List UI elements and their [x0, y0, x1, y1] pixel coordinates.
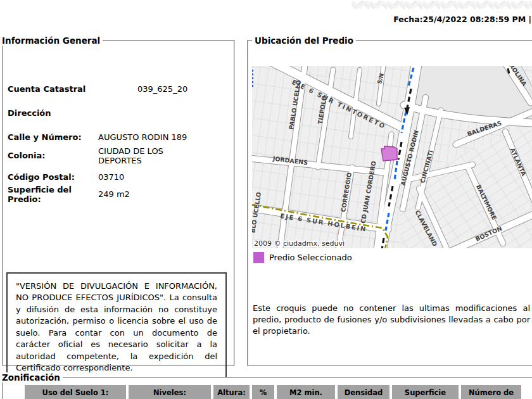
colonia-value: CIUDAD DE LOS DEPORTES [98, 147, 187, 166]
predio-map[interactable]: EJE 6 SUR TINTORETO S/N PABLO UCELLO TIE… [252, 66, 532, 248]
zoning-col-uso-suelo: Uso del Suelo 1: [25, 385, 126, 399]
date-stamp: Fecha:25/4/2022 08:28:59 PM | [393, 15, 531, 24]
general-info-title: Información General [2, 35, 103, 46]
selected-predio-highlight[interactable] [381, 146, 397, 161]
map-copyright: 2009 © ciudadmx, seduvi [254, 239, 345, 248]
zoning-col-m2min: M2 min. [277, 385, 335, 399]
legal-disclaimer: "VERSIÓN DE DIVULGACIÓN E INFORMACIÓN, N… [6, 272, 227, 383]
calle-numero-value: AUGUSTO RODIN 189 [98, 133, 187, 142]
general-info-panel: Información General Cuenta Catastral 039… [2, 35, 235, 366]
direccion-label: Dirección [8, 109, 51, 118]
zoning-col-superficie: Superficie [392, 385, 459, 399]
calle-numero-label: Calle y Número: [8, 133, 82, 142]
zoning-panel: Zonificación Uso del Suelo 1: Niveles: A… [2, 372, 532, 399]
cuenta-catastral-label: Cuenta Catastral [8, 85, 86, 94]
colonia-label: Colonia: [8, 151, 46, 161]
superficie-value: 249 m2 [98, 190, 130, 200]
zoning-col-altura: Altura: [213, 385, 250, 399]
zoning-col-niveles: Niveles: [129, 385, 211, 399]
cuenta-catastral-value: 039_625_20 [137, 85, 187, 94]
header-chevron-pattern [352, 0, 532, 9]
superficie-label: Superficie del Predio: [8, 186, 79, 205]
codigo-postal-value: 03710 [98, 173, 124, 182]
zoning-title: Zonificación [2, 372, 63, 383]
zoning-col-densidad: Densidad [338, 385, 390, 399]
zoning-header-row: Uso del Suelo 1: Niveles: Altura: % M2 m… [25, 385, 521, 399]
map-note: Este croquis puede no contener las ultim… [253, 303, 530, 338]
zoning-col-numero: Número de [461, 385, 521, 399]
predio-legend-label: Predio Seleccionado [269, 253, 352, 262]
codigo-postal-label: Código Postal: [8, 173, 75, 182]
zoning-col-porcentaje: % [252, 385, 274, 399]
location-title: Ubicación del Predio [252, 35, 356, 46]
zoning-table: Uso del Suelo 1: Niveles: Altura: % M2 m… [22, 383, 524, 399]
location-panel: Ubicación del Predio [247, 35, 532, 366]
predio-legend-swatch [253, 252, 264, 263]
